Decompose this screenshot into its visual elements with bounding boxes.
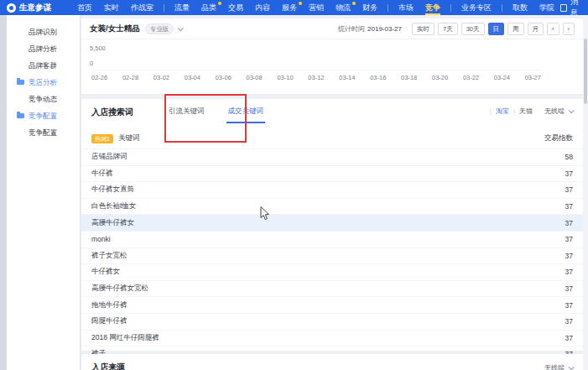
stat-time-label: 统计时间	[338, 24, 365, 34]
value-column-header[interactable]: 交易指数	[544, 133, 573, 143]
nav-item[interactable]: 学院	[533, 0, 560, 15]
table-header: 热词1 关键词 交易指数	[81, 126, 583, 149]
y-axis-tick: 0	[90, 60, 93, 67]
nav-item-label: 品类	[201, 3, 216, 12]
table-row[interactable]: 牛仔裤 37	[81, 165, 583, 182]
keyword-cell[interactable]: 拖地牛仔裤	[91, 300, 127, 310]
table-row[interactable]: 高腰牛仔裤女宽松 37	[81, 280, 583, 297]
search-section-header: 入店搜索词 引流关键词 成交关键词 淘宝 天猫	[81, 99, 583, 126]
sidebar-item[interactable]: 竞争动态	[7, 91, 80, 107]
nav-item[interactable]: 交易	[222, 0, 249, 15]
nav-item[interactable]: 首页	[71, 0, 98, 15]
next-button[interactable]: ›	[563, 23, 575, 35]
range-button[interactable]: 周	[507, 23, 524, 35]
keyword-cell[interactable]: 白色长袖t恤女	[91, 201, 136, 211]
folder-icon	[17, 113, 24, 118]
sidebar-item-label: 竞争动态	[29, 95, 57, 103]
table-row[interactable]: 白色长袖t恤女 37	[81, 198, 583, 215]
nav-item[interactable]: 品类	[195, 0, 222, 15]
nav-item[interactable]: 服务	[276, 0, 303, 15]
table-row[interactable]: 牛仔裤女直筒 37	[81, 181, 583, 198]
range-button[interactable]: 7天	[438, 23, 458, 35]
table-row[interactable]: 高腰牛仔裤女 37	[81, 214, 583, 231]
value-cell: 37	[565, 235, 573, 243]
nav-item[interactable]: 流量	[169, 0, 195, 15]
nav-item-label: 取数	[513, 3, 528, 12]
keyword-cell[interactable]: 牛仔裤	[91, 169, 113, 179]
platform-filters: 淘宝 天猫 无线端	[486, 107, 573, 116]
nav-item[interactable]: 竞争	[419, 0, 446, 15]
notification-dot	[352, 2, 356, 5]
prev-button[interactable]: ‹	[547, 23, 559, 35]
keyword-cell[interactable]: 牛仔裤女直筒	[91, 185, 134, 195]
app-window: 生意参谋 首页 实时 作战室	[0, 0, 588, 370]
keyword-cell[interactable]: 牛仔裤女	[91, 267, 120, 277]
nav-item-label: 财务	[362, 3, 377, 12]
table-row[interactable]: 牛仔裤女 37	[81, 263, 583, 280]
section-title: 入店来源	[91, 362, 125, 370]
keyword-tab[interactable]: 成交关键词	[228, 107, 264, 123]
x-axis-tick: 02-28	[122, 74, 138, 81]
chevron-down-icon[interactable]	[178, 25, 184, 31]
x-axis-tick: 03-24	[494, 74, 510, 81]
trend-card: 女装/女士精品 专业版 统计时间 2019-03-27 实时 7天 30天	[81, 18, 583, 94]
table-row[interactable]: 裤子女宽松 37	[81, 248, 583, 264]
range-button[interactable]: 日	[488, 23, 505, 35]
keyword-cell[interactable]: monki	[91, 235, 111, 243]
value-cell: 37	[565, 185, 573, 194]
nav-item-label: 首页	[77, 3, 92, 12]
keyword-column-header: 关键词	[118, 133, 140, 143]
table-row[interactable]: monki 37	[81, 231, 583, 248]
keyword-cell[interactable]: 阔腿牛仔裤	[91, 316, 127, 326]
nav-item[interactable]: 内容	[249, 0, 276, 15]
table-row[interactable]: 店铺品牌词 58	[81, 149, 583, 165]
keyword-tab[interactable]: 引流关键词	[169, 107, 205, 123]
stat-date: 2019-03-27	[367, 25, 402, 33]
vertical-scrollbar[interactable]	[583, 15, 588, 370]
nav-item[interactable]: 财务	[356, 0, 383, 15]
nav-item[interactable]: 市场	[393, 0, 419, 15]
range-button[interactable]: 月	[528, 23, 544, 35]
device-filter[interactable]: 无线端	[544, 107, 573, 116]
table-row[interactable]: 拖地牛仔裤 37	[81, 296, 583, 313]
sidebar-item[interactable]: 品牌客群	[7, 57, 80, 74]
platform-tab[interactable]: 淘宝	[486, 107, 509, 116]
table-row[interactable]: 阔腿牛仔裤 37	[81, 313, 583, 330]
x-axis-tick: 03-22	[463, 74, 479, 81]
range-button[interactable]: 30天	[461, 23, 485, 35]
nav-item[interactable]: 物流	[330, 0, 356, 15]
keyword-cell[interactable]: 高腰牛仔裤女宽松	[91, 284, 148, 294]
brand[interactable]: 生意参谋	[7, 3, 51, 13]
sidebar-item[interactable]: 品牌识别	[7, 23, 80, 40]
sidebar-item[interactable]: 品牌分析	[7, 40, 80, 57]
sidebar-item[interactable]: 竞争配置	[7, 107, 80, 124]
scrollbar-thumb[interactable]	[584, 39, 587, 104]
table-row[interactable]: 2018 网红牛仔阔腿裤 37	[81, 330, 583, 347]
platform-tab[interactable]: 天猫	[509, 107, 533, 116]
notification-dot	[299, 2, 302, 5]
keyword-cell[interactable]: 高腰牛仔裤女	[91, 218, 134, 228]
sources-section-header: 入店来源 无线端	[81, 354, 583, 370]
nav-item[interactable]: 业务专区	[455, 0, 497, 15]
nav-item-label: 交易	[228, 3, 243, 12]
nav-item[interactable]: 作战室	[125, 0, 159, 15]
nav-item[interactable]: 实时	[98, 0, 125, 15]
category-toolbar: 女装/女士精品 专业版 统计时间 2019-03-27 实时 7天 30天	[81, 18, 583, 39]
nav-item-label: 竞争	[425, 3, 440, 12]
sidebar-item[interactable]: 竞店分析	[7, 74, 80, 91]
sidebar-item-label: 竞争配置	[29, 112, 57, 120]
keyword-cell[interactable]: 裤子女宽松	[91, 251, 127, 261]
sidebar-item[interactable]: 竞争配置	[7, 124, 80, 141]
nav-item[interactable]: 营销	[303, 0, 330, 15]
nav-item[interactable]: 取数	[507, 0, 533, 15]
messages-entry[interactable]: 消息	[560, 0, 585, 18]
messages-icon	[560, 4, 567, 12]
device-filter[interactable]: 无线端	[544, 363, 573, 370]
range-button[interactable]: 实时	[412, 23, 434, 35]
folder-icon	[17, 80, 24, 85]
x-axis-tick: 03-08	[247, 74, 263, 81]
value-cell: 37	[565, 268, 573, 276]
keyword-cell[interactable]: 店铺品牌词	[91, 152, 127, 162]
keyword-cell[interactable]: 2018 网红牛仔阔腿裤	[91, 333, 159, 343]
sidebar: 品牌识别 品牌分析 品牌客群 竞店分析 竞争动态	[7, 15, 81, 370]
